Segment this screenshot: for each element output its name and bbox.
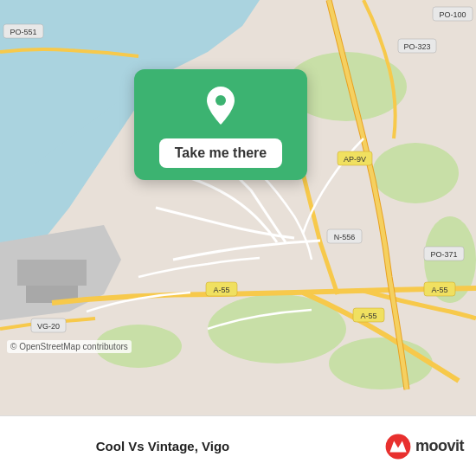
svg-text:N-556: N-556 — [334, 233, 356, 241]
attribution-text: © OpenStreetMap contributors — [10, 342, 128, 351]
svg-rect-4 — [17, 260, 87, 286]
map-container: PO-551 PO-100 AP-9V PO-323 N-556 PO-371 … — [0, 0, 476, 415]
place-name: Cool Vs Vintage, Vigo — [12, 439, 313, 453]
svg-text:A-55: A-55 — [213, 286, 229, 294]
svg-point-7 — [329, 338, 433, 389]
svg-point-9 — [372, 143, 459, 203]
moovit-logo: moovit — [313, 433, 464, 460]
svg-text:PO-323: PO-323 — [403, 42, 430, 51]
svg-text:PO-100: PO-100 — [439, 10, 466, 19]
svg-point-33 — [215, 95, 226, 106]
map-background: PO-551 PO-100 AP-9V PO-323 N-556 PO-371 … — [0, 0, 476, 415]
moovit-brand-icon — [384, 433, 412, 460]
svg-text:VG-20: VG-20 — [37, 322, 60, 331]
svg-text:PO-371: PO-371 — [430, 250, 457, 259]
svg-point-34 — [386, 434, 411, 459]
moovit-brand-text: moovit — [415, 437, 464, 455]
svg-text:AP-9V: AP-9V — [344, 155, 366, 164]
take-me-there-button[interactable]: Take me there — [159, 138, 282, 168]
svg-text:A-55: A-55 — [431, 286, 447, 294]
location-pin-icon — [203, 85, 238, 126]
bottom-bar: Cool Vs Vintage, Vigo moovit — [0, 415, 476, 476]
location-card[interactable]: Take me there — [134, 69, 307, 180]
svg-text:A-55: A-55 — [360, 312, 376, 320]
map-attribution: © OpenStreetMap contributors — [7, 340, 132, 353]
pin-icon-wrapper — [200, 85, 241, 126]
svg-text:PO-551: PO-551 — [10, 28, 36, 36]
